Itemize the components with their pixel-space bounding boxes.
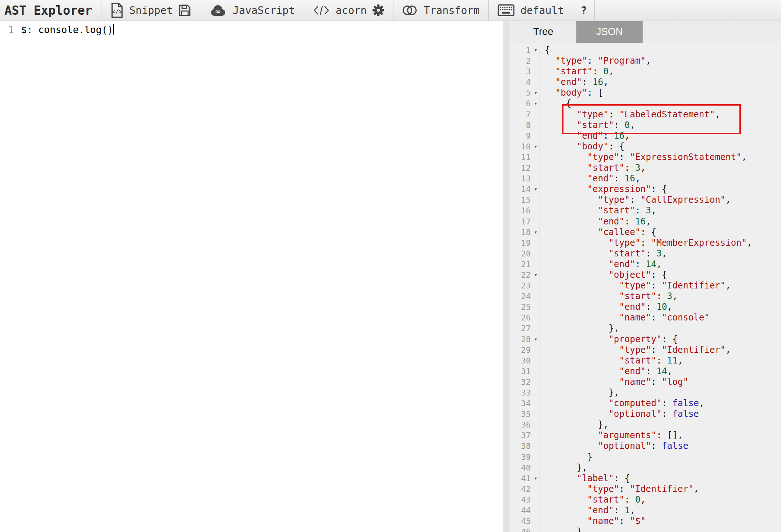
fold-arrow-icon[interactable]: ▾ [532,88,540,98]
toggle-icon [402,4,418,16]
json-code-text[interactable]: "start": 0, [540,120,635,131]
json-code-text[interactable]: "start": 3, [540,291,678,302]
json-code-text[interactable]: "expression": { [540,184,667,195]
json-code-text[interactable]: { [540,98,571,109]
fold-arrow-icon[interactable]: ▾ [532,184,540,195]
json-code-text[interactable]: "end": 16, [540,131,630,141]
json-code-text[interactable]: }, [540,387,619,398]
line-number: 1 [510,45,532,56]
json-code-text[interactable]: { [540,45,550,56]
json-code-text[interactable]: "end": 16, [540,216,651,227]
json-view[interactable]: 1▾{2 "type": "Program",3 "start": 0,4 "e… [510,43,781,532]
json-code-text[interactable]: }, [540,323,619,334]
json-line: 18▾ "callee": { [510,227,781,238]
json-code-text[interactable]: "end": 14, [540,366,672,377]
fold-arrow-icon[interactable]: ▾ [532,98,540,109]
parser-button[interactable]: acorn [336,4,367,17]
json-code-text[interactable]: "start": 3, [540,248,667,259]
json-code-text[interactable]: "type": "Identifier", [540,345,731,355]
line-number: 43 [510,494,532,505]
editor-code-line[interactable]: 1 $: console.log() [0,21,503,36]
json-code-text[interactable]: }, [540,419,608,430]
json-code-text[interactable]: "type": "Identifier", [540,280,731,291]
json-code-text[interactable]: "type": "Program", [540,56,651,66]
pane-divider[interactable] [503,21,510,532]
transform-section[interactable]: Transform [393,0,489,21]
json-code-text[interactable]: "body": [ [540,88,603,98]
tab-json[interactable]: JSON [576,21,643,43]
line-number-gutter: 23 [510,280,540,291]
line-number: 41 [510,473,532,484]
fold-arrow-empty [532,205,540,216]
line-number-gutter: 39 [510,452,540,462]
json-code-text[interactable]: "start": 0, [540,66,614,77]
json-code-text[interactable]: "optional": false [540,441,688,451]
fold-arrow-empty [532,248,540,259]
json-code-text[interactable]: "end": 1, [540,505,635,516]
json-code-text[interactable]: } [540,526,582,532]
fold-arrow-icon[interactable]: ▾ [532,473,540,484]
fold-arrow-empty [532,131,540,141]
gear-icon[interactable] [372,4,384,16]
line-number: 15 [510,195,532,205]
editor-code[interactable]: $: console.log() [16,24,114,36]
help-button[interactable]: ? [573,0,595,21]
json-code-text[interactable]: "start": 0, [540,494,646,505]
json-code-text[interactable]: "label": { [540,473,630,484]
json-code-text[interactable]: "type": "Identifier", [540,484,699,494]
line-number: 4 [510,77,532,88]
json-code-text[interactable]: }, [540,462,587,473]
json-code-text[interactable]: "start": 3, [540,163,646,173]
json-line: 6▾ { [510,98,781,109]
fold-arrow-empty [532,195,540,205]
json-code-text[interactable]: "computed": false, [540,398,704,409]
json-code-text[interactable]: "name": "console" [540,312,710,323]
cloud-icon: ∞ [209,3,227,18]
fold-arrow-empty [532,280,540,291]
fold-arrow-icon[interactable]: ▾ [532,334,540,345]
json-code-text[interactable]: "end": 10, [540,302,672,312]
language-label[interactable]: JavaScript [233,4,295,17]
keymap-section[interactable]: default [489,0,573,21]
json-line: 43 "start": 0, [510,494,781,505]
json-code-text[interactable]: "end": 14, [540,259,662,270]
json-code-text[interactable]: "type": "ExpressionStatement", [540,152,747,163]
editor-pane[interactable]: 1 $: console.log() [0,21,503,532]
tab-tree[interactable]: Tree [510,21,576,43]
line-number-gutter: 26 [510,312,540,323]
json-line: 19 "type": "MemberExpression", [510,238,781,248]
json-line: 4 "end": 16, [510,77,781,88]
save-icon[interactable] [179,4,191,17]
fold-arrow-icon[interactable]: ▾ [532,227,540,238]
json-code-text[interactable]: "start": 3, [540,205,656,216]
json-code-text[interactable]: "type": "CallExpression", [540,195,731,205]
json-line: 21 "end": 14, [510,259,781,270]
json-line: 44 "end": 1, [510,505,781,516]
json-code-text[interactable]: "optional": false [540,409,699,419]
json-code-text[interactable]: "end": 16, [540,77,608,88]
json-code-text[interactable]: "callee": { [540,227,656,238]
keymap-label[interactable]: default [520,4,564,17]
json-code-text[interactable]: "property": { [540,334,678,345]
line-number: 18 [510,227,532,238]
language-section[interactable]: ∞ JavaScript [200,0,304,21]
json-code-text[interactable]: "object": { [540,270,667,280]
json-code-text[interactable]: "type": "LabeledStatement", [540,109,720,120]
snippet-button[interactable]: Snippet [129,4,173,17]
json-code-text[interactable]: "end": 16, [540,173,640,184]
fold-arrow-icon[interactable]: ▾ [532,270,540,280]
fold-arrow-icon[interactable]: ▾ [532,45,540,56]
fold-arrow-icon[interactable]: ▾ [532,141,540,152]
transform-label[interactable]: Transform [424,4,480,17]
json-code-text[interactable]: "arguments": [], [540,430,683,441]
line-number: 5 [510,88,532,98]
json-line: 20 "start": 3, [510,248,781,259]
line-number: 46 [510,526,532,532]
json-code-text[interactable]: "name": "$" [540,516,646,526]
json-line: 2 "type": "Program", [510,56,781,66]
json-code-text[interactable]: "name": "log" [540,377,688,387]
json-code-text[interactable]: "start": 11, [540,355,683,366]
json-code-text[interactable]: "type": "MemberExpression", [540,238,752,248]
json-code-text[interactable]: } [540,452,593,462]
json-code-text[interactable]: "body": { [540,141,625,152]
